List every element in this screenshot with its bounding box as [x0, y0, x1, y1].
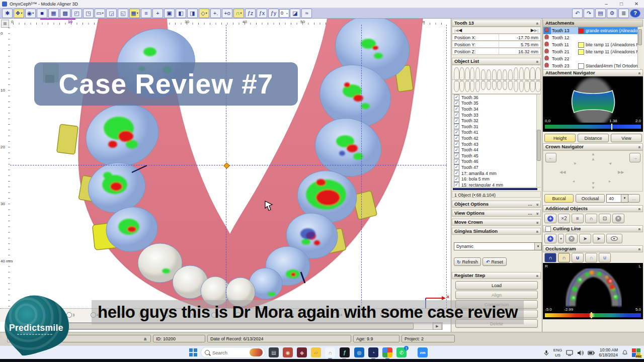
clock[interactable]: 10:00 AM6/18/2024	[599, 348, 618, 358]
attachment-row[interactable]: Tooth 11bite ramp 11 (Alineadores Nicara…	[543, 41, 640, 49]
attachment-row[interactable]: Tooth 21bite ramp 11 (Alineadores Nicara…	[543, 48, 640, 56]
collapse-icon[interactable]: «	[534, 230, 540, 233]
dental-app-icon[interactable]: ∩	[325, 347, 335, 357]
export-image-icon[interactable]: ◨	[187, 9, 198, 18]
object-checkbox[interactable]: ✓	[454, 101, 459, 106]
dropdown-icon[interactable]: ▾	[32, 10, 34, 17]
dropdown-icon[interactable]: ▾	[137, 10, 138, 17]
photos-app-icon[interactable]: ◉	[283, 347, 293, 357]
capture-app-icon[interactable]: ◔	[368, 347, 378, 357]
occ-upper-outline-icon[interactable]: ∩	[585, 253, 597, 262]
display-icon[interactable]	[566, 350, 573, 356]
object-list-item[interactable]: ✓Tooth 44	[452, 147, 540, 153]
nudge-left-icon[interactable]: ◀◀	[559, 170, 566, 174]
collapse-icon[interactable]: «	[636, 228, 642, 230]
collapse-icon[interactable]: «	[636, 208, 642, 210]
nudge-upright-icon[interactable]: ▲	[608, 160, 614, 166]
chart-tooth[interactable]	[503, 81, 507, 90]
object-options-header[interactable]: Object Options … «	[452, 201, 541, 208]
speaker-icon[interactable]	[577, 350, 584, 356]
chart-tooth[interactable]	[481, 69, 486, 80]
distance-button[interactable]: Distance	[578, 134, 609, 142]
cutting-line-header[interactable]: Cutting Line «	[543, 225, 643, 232]
object-list-scrollbar-thumb[interactable]	[537, 130, 541, 161]
object-list-item[interactable]: ✓Tooth 47	[452, 164, 540, 170]
patient-card-icon[interactable]: ▤	[595, 9, 606, 18]
gingiva-simulation-header[interactable]: Gingiva Simulation «	[452, 228, 541, 235]
register-step-header[interactable]: Register Step «	[452, 272, 541, 279]
chart-tooth[interactable]	[535, 81, 541, 92]
move-crown-header[interactable]: Move Crown «	[452, 219, 541, 226]
object-checkbox[interactable]: ✓	[454, 141, 459, 147]
folder-icon[interactable]: ▱	[311, 347, 321, 357]
dropdown-icon[interactable]: ▾	[240, 10, 242, 17]
attachment-navigator-header[interactable]: Attachment Navigator «	[543, 69, 643, 76]
object-list-hscrollbar[interactable]	[453, 188, 537, 190]
object-checkbox[interactable]: ✓	[454, 147, 459, 153]
chart-tooth[interactable]	[470, 81, 474, 92]
value-spinner[interactable]: 0 ▾	[279, 9, 289, 18]
chart-tooth[interactable]	[475, 67, 480, 80]
grid-view-icon[interactable]: ▩	[60, 9, 70, 18]
active-app-icon[interactable]: ƒ	[340, 347, 350, 357]
attachments-header[interactable]: Attachments	[543, 20, 643, 27]
file-explorer-icon[interactable]: ▤	[269, 347, 279, 357]
rename-object-icon[interactable]: ≡	[572, 214, 584, 223]
func-z-icon[interactable]: ƒz	[245, 9, 256, 18]
occ-both-arches-icon[interactable]: ∩	[544, 253, 556, 262]
occ-lower-arch-icon[interactable]: ∪	[572, 253, 584, 262]
chart-tooth[interactable]	[535, 67, 541, 80]
object-checkbox[interactable]: ✓	[454, 130, 459, 135]
chart-tooth[interactable]	[470, 67, 474, 80]
object-checkbox[interactable]: ✓	[454, 124, 459, 129]
chart-tooth[interactable]	[475, 81, 480, 92]
nudge-down2-icon[interactable]: ▼	[591, 186, 595, 190]
layers-icon[interactable]: ≡	[141, 9, 151, 18]
teeth-chart[interactable]	[452, 65, 541, 94]
duplicate-x2-icon[interactable]: ×2	[558, 214, 570, 223]
tooth-object-icon[interactable]: ∩	[585, 214, 597, 223]
object-checkbox[interactable]: ✓	[454, 118, 459, 124]
tooth-panel-header[interactable]: Tooth 13 «	[452, 20, 541, 27]
search-highlight-image[interactable]	[250, 348, 263, 356]
reset-button[interactable]: ↶Reset	[482, 257, 507, 266]
view-3d-icon[interactable]: ◉▾	[25, 9, 36, 18]
chart-tooth[interactable]	[519, 67, 524, 80]
buccal-button[interactable]: Buccal	[544, 194, 574, 203]
crown-navigator-header[interactable]: Crown Navigator «	[543, 143, 643, 150]
pre-recording-icon[interactable]: PRE	[632, 348, 641, 357]
scale-marker[interactable]	[611, 124, 612, 130]
view-options-header[interactable]: View Options … «	[452, 210, 541, 217]
crown-navigator-pad[interactable]: ← → ▲ ▲ ▲ ▲ ◀◀ ▶▶ ◂ ▸ ▼ ▼	[543, 150, 643, 192]
occlusal-button[interactable]: Occlusal	[576, 194, 605, 203]
expand-icon[interactable]: «	[534, 221, 540, 224]
chart-tooth[interactable]	[514, 67, 518, 80]
chart-tooth[interactable]	[530, 81, 535, 92]
attachment-row[interactable]: Tooth 23Standard4mm (Tel Ortodont)	[543, 62, 640, 70]
func-x-icon[interactable]: ƒx	[257, 9, 267, 18]
next-tooth-icon[interactable]: ▶	[531, 28, 534, 33]
draw-cutline-icon[interactable]: ➤	[579, 234, 591, 243]
chart-tooth[interactable]	[465, 81, 470, 92]
close-button[interactable]: ✕	[629, 1, 644, 8]
object-list-item[interactable]: ✓Tooth 33	[452, 112, 540, 118]
save-project-icon[interactable]: ◲	[106, 9, 117, 18]
object-list-item[interactable]: ✓17: amarilla 4 mm	[452, 170, 540, 176]
position-value[interactable]: 5.75 mm	[499, 41, 540, 47]
object-list-scrollbar[interactable]	[536, 95, 541, 187]
last-tooth-icon[interactable]: ▶|	[534, 28, 538, 33]
object-list-item[interactable]: ✓Tooth 41	[452, 130, 540, 136]
collapse-icon[interactable]: «	[534, 60, 540, 63]
object-list-item[interactable]: ✓Tooth 34	[452, 106, 540, 112]
chart-tooth[interactable]	[497, 81, 502, 90]
menu-dots-icon[interactable]: …	[528, 210, 532, 216]
browser-icon[interactable]	[382, 347, 392, 357]
contrast-icon[interactable]: ◪	[290, 9, 300, 18]
object-list-item[interactable]: ✓Tooth 43	[452, 141, 540, 147]
diamond-tool-icon[interactable]: ◇▾	[199, 9, 209, 18]
position-value[interactable]: 16.32 mm	[499, 48, 540, 54]
chart-tooth[interactable]	[497, 69, 502, 80]
object-checkbox[interactable]: ✓	[454, 95, 459, 100]
chart-tooth[interactable]	[487, 69, 491, 80]
position-value[interactable]: -17.70 mm	[499, 34, 540, 40]
